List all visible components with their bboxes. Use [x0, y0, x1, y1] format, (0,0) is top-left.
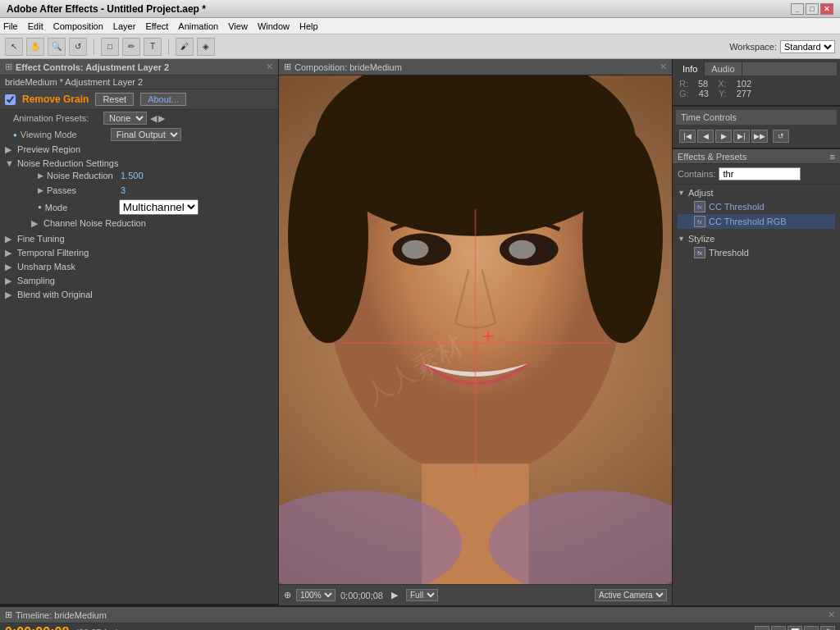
- tl-lock-btn[interactable]: 🔒: [820, 626, 835, 630]
- tab-audio[interactable]: Audio: [705, 62, 742, 75]
- tool-rotate[interactable]: ↺: [69, 38, 87, 56]
- comp-zoom-select[interactable]: 100%: [296, 589, 336, 601]
- ep-stylize-label: Stylize: [688, 234, 714, 244]
- ep-item-cc-threshold-rgb[interactable]: fx CC Threshold RGB: [678, 214, 835, 229]
- ep-search-input[interactable]: [719, 167, 801, 180]
- channel-noise-label: Channel Noise Reduction: [43, 218, 146, 228]
- tc-prev-frame[interactable]: ◀: [697, 130, 714, 143]
- blend-original-label: Blend with Original: [17, 290, 93, 299]
- ep-item-cc-threshold[interactable]: fx CC Threshold: [678, 199, 835, 214]
- ep-stylize-header[interactable]: ▼ Stylize: [678, 232, 835, 245]
- menu-effect[interactable]: Effect: [145, 21, 168, 31]
- anim-presets-next[interactable]: ▶: [158, 113, 165, 124]
- mode-select[interactable]: Multichannel: [119, 199, 199, 215]
- ep-threshold-label: Threshold: [709, 248, 749, 258]
- tl-timecode[interactable]: 0;00;00;08: [5, 625, 69, 630]
- effect-controls-panel: ⊞ Effect Controls: Adjustment Layer 2 ✕ …: [0, 59, 278, 605]
- passes-value[interactable]: 3: [121, 185, 126, 195]
- about-button[interactable]: About...: [140, 93, 186, 106]
- comp-close[interactable]: ✕: [660, 62, 667, 72]
- passes-expand[interactable]: ▶: [38, 186, 43, 194]
- effects-presets-title: Effects & Presets: [678, 152, 746, 162]
- tl-comp-btn[interactable]: ⊞: [755, 626, 769, 630]
- tool-brush[interactable]: 🖌: [176, 38, 194, 56]
- menu-file[interactable]: File: [3, 21, 18, 31]
- tc-first-frame[interactable]: |◀: [679, 130, 696, 143]
- noise-reduction-triangle: ▼: [5, 158, 14, 168]
- ep-adjust-triangle: ▼: [678, 189, 685, 197]
- tc-buttons: |◀ ◀ ▶ ▶| ▶▶ ↺: [676, 128, 837, 144]
- effect-enable-checkbox[interactable]: [5, 94, 16, 105]
- svg-point-8: [582, 129, 663, 343]
- anim-presets-select[interactable]: None: [103, 112, 147, 125]
- menu-composition[interactable]: Composition: [53, 21, 103, 31]
- tl-layer-btn[interactable]: ≡: [771, 626, 786, 630]
- comp-quality-select[interactable]: Full: [406, 589, 438, 601]
- unsharp-mask-triangle: ▶: [5, 262, 11, 272]
- comp-viewer[interactable]: + 人人素材: [279, 75, 672, 584]
- toolbar: ↖ ✋ 🔍 ↺ □ ✏ T 🖌 ◈ Workspace: Standard: [0, 34, 840, 59]
- comp-timecode: 0;00;00;08: [340, 591, 383, 600]
- noise-reduction-header[interactable]: ▼ Noise Reduction Settings: [5, 158, 273, 168]
- tool-clone[interactable]: ◈: [197, 38, 215, 56]
- close-button[interactable]: ✕: [820, 3, 833, 15]
- comp-playback-icon[interactable]: ▶: [391, 590, 398, 600]
- channel-noise-section[interactable]: ▶ Channel Noise Reduction: [18, 217, 273, 231]
- menu-edit[interactable]: Edit: [28, 21, 43, 31]
- noise-reduction-section: ▼ Noise Reduction Settings ▶ Noise Reduc…: [0, 157, 278, 232]
- ep-menu[interactable]: ≡: [830, 152, 835, 162]
- menu-window[interactable]: Window: [258, 21, 290, 31]
- tab-info[interactable]: Info: [676, 62, 705, 75]
- workspace-select[interactable]: Standard: [780, 40, 835, 53]
- tl-solo-btn[interactable]: ◎: [804, 626, 819, 630]
- menu-layer[interactable]: Layer: [113, 21, 136, 31]
- temporal-filtering-label: Temporal Filtering: [17, 248, 89, 258]
- workspace-area: Workspace: Standard: [729, 40, 835, 53]
- right-panel: Info Audio R: 58 X: 102 G: 43 Y: 277: [672, 59, 840, 605]
- menu-animation[interactable]: Animation: [178, 21, 218, 31]
- unsharp-mask-section[interactable]: ▶ Unsharp Mask: [0, 260, 278, 274]
- tool-shape[interactable]: □: [101, 38, 119, 56]
- minimize-button[interactable]: _: [791, 3, 804, 15]
- r-value: 58: [698, 79, 708, 89]
- tc-loop[interactable]: ↺: [773, 130, 789, 143]
- timeline-close[interactable]: ✕: [828, 609, 835, 620]
- ep-adjust-label: Adjust: [688, 188, 714, 198]
- tool-select[interactable]: ↖: [5, 38, 23, 56]
- tool-text[interactable]: T: [144, 38, 162, 56]
- tc-last-frame[interactable]: ▶▶: [751, 130, 768, 143]
- ep-adjust-header[interactable]: ▼ Adjust: [678, 186, 835, 199]
- anim-presets-prev[interactable]: ◀: [150, 113, 157, 124]
- menu-view[interactable]: View: [228, 21, 248, 31]
- comp-camera-select[interactable]: Active Camera: [595, 589, 667, 601]
- noise-reduction-expand[interactable]: ▶: [38, 171, 43, 180]
- r-label: R:: [679, 79, 688, 89]
- temporal-filtering-section[interactable]: ▶ Temporal Filtering: [0, 246, 278, 260]
- tc-play[interactable]: ▶: [715, 130, 732, 143]
- preview-region-section[interactable]: ▶ Preview Region: [0, 143, 278, 157]
- temporal-filtering-triangle: ▶: [5, 248, 11, 258]
- tool-pen[interactable]: ✏: [122, 38, 140, 56]
- timeline-icon: ⊞: [5, 609, 12, 620]
- tl-graph-btn[interactable]: 📈: [788, 626, 802, 630]
- tc-next-frame[interactable]: ▶|: [733, 130, 750, 143]
- tool-hand[interactable]: ✋: [26, 38, 44, 56]
- effect-controls-close[interactable]: ✕: [266, 62, 273, 72]
- timeline-top-bar: 0;00;00;08 (29.97 fps) ⊞ ≡ 📈 ◎ 🔒: [0, 623, 840, 630]
- tl-buttons: ⊞ ≡ 📈 ◎ 🔒: [755, 626, 835, 630]
- channel-noise-triangle: ▶: [31, 218, 38, 228]
- fine-tuning-section[interactable]: ▶ Fine Tuning: [0, 232, 278, 246]
- reset-button[interactable]: Reset: [95, 93, 134, 106]
- blend-original-section[interactable]: ▶ Blend with Original: [0, 288, 278, 302]
- noise-reduction-value[interactable]: 1.500: [121, 171, 144, 180]
- comp-header-icon: ⊞: [284, 62, 291, 72]
- viewing-mode-select[interactable]: Final Output: [111, 128, 181, 141]
- viewing-mode-dot: ●: [13, 131, 17, 139]
- menu-help[interactable]: Help: [299, 21, 318, 31]
- ep-item-threshold[interactable]: fx Threshold: [678, 245, 835, 260]
- maximize-button[interactable]: □: [806, 3, 819, 15]
- tool-zoom[interactable]: 🔍: [48, 38, 66, 56]
- sampling-section[interactable]: ▶ Sampling: [0, 274, 278, 288]
- anim-presets-label: Animation Presets:: [13, 113, 103, 123]
- window-controls: _ □ ✕: [791, 3, 833, 15]
